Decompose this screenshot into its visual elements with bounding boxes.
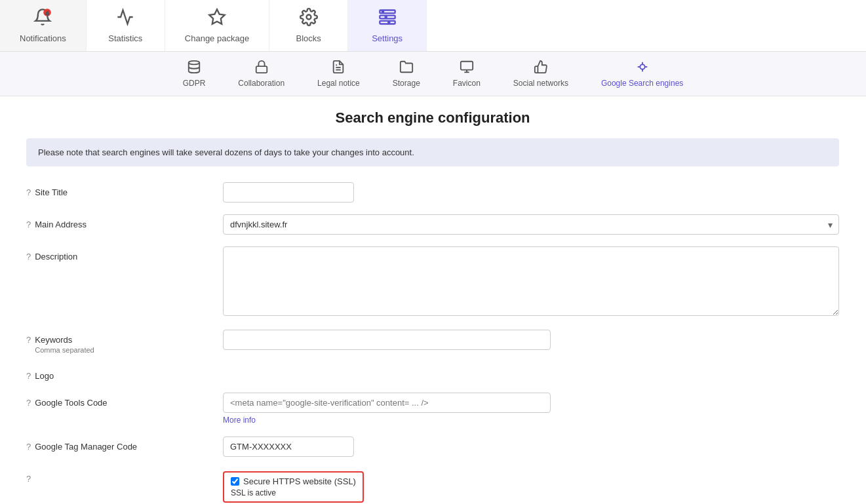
- lock-icon: [254, 60, 269, 77]
- site-title-row: ? Site Title: [26, 182, 839, 203]
- description-textarea[interactable]: [223, 246, 839, 316]
- google-icon: [635, 60, 650, 77]
- site-title-field-col: [223, 182, 839, 203]
- settings-icon: [378, 8, 397, 31]
- subnav-storage[interactable]: Storage: [386, 57, 427, 90]
- nav-change-package-label: Change package: [185, 33, 249, 43]
- secure-https-help-icon[interactable]: ?: [26, 474, 31, 484]
- secure-https-checkbox[interactable]: [231, 477, 239, 486]
- nav-notifications[interactable]: 4 Notifications: [0, 0, 87, 51]
- main-address-label-col: ? Main Address: [26, 214, 223, 229]
- svg-rect-15: [461, 62, 473, 70]
- keywords-sublabel: Comma separated: [35, 346, 94, 354]
- chart-icon: [116, 8, 134, 31]
- keywords-field-col: [223, 330, 839, 350]
- more-info-link[interactable]: More info: [223, 416, 839, 425]
- description-help-icon[interactable]: ?: [26, 252, 31, 262]
- main-address-help-icon[interactable]: ?: [26, 220, 31, 229]
- subnav-legal-notice-label: Legal notice: [317, 79, 360, 88]
- site-title-label-col: ? Site Title: [26, 182, 223, 197]
- subnav-legal-notice[interactable]: Legal notice: [311, 57, 366, 90]
- site-title-label: Site Title: [35, 187, 68, 197]
- svg-rect-12: [256, 66, 267, 73]
- description-label-col: ? Description: [26, 246, 223, 262]
- site-title-help-icon[interactable]: ?: [26, 187, 31, 197]
- nav-notifications-label: Notifications: [20, 33, 66, 43]
- subnav-favicon[interactable]: Favicon: [446, 57, 487, 90]
- page-title: Search engine configuration: [26, 109, 839, 126]
- keywords-label-col: ? Keywords Comma separated: [26, 330, 223, 354]
- nav-settings-label: Settings: [372, 33, 403, 43]
- google-tools-help-icon[interactable]: ?: [26, 398, 31, 408]
- google-tools-label-col: ? Google Tools Code: [26, 393, 223, 408]
- svg-text:4: 4: [46, 11, 49, 16]
- monitor-icon: [460, 60, 474, 77]
- top-navigation: 4 Notifications Statistics Change packag…: [0, 0, 866, 52]
- main-address-select-wrapper: dfvnjkkl.sitew.fr: [223, 214, 839, 235]
- main-address-field-col: dfvnjkkl.sitew.fr: [223, 214, 839, 235]
- subnav-social-networks[interactable]: Social networks: [507, 57, 575, 90]
- nav-statistics[interactable]: Statistics: [87, 0, 165, 51]
- nav-statistics-label: Statistics: [108, 33, 142, 43]
- description-row: ? Description: [26, 246, 839, 318]
- nav-blocks[interactable]: Blocks: [269, 0, 348, 51]
- main-content: Search engine configuration Please note …: [0, 96, 865, 504]
- svg-point-11: [189, 61, 200, 65]
- star-icon: [208, 8, 226, 31]
- folder-icon: [399, 60, 414, 77]
- sub-navigation: GDPR Collaboration Legal notice: [0, 52, 866, 96]
- logo-help-icon[interactable]: ?: [26, 371, 31, 381]
- logo-row: ? Logo: [26, 366, 839, 381]
- google-tag-field-col: [223, 436, 839, 457]
- document-icon: [331, 60, 345, 77]
- info-banner: Please note that search engines will tak…: [26, 138, 839, 166]
- keywords-label: Keywords: [35, 335, 94, 345]
- thumb-icon: [534, 60, 548, 77]
- main-address-row: ? Main Address dfvnjkkl.sitew.fr: [26, 214, 839, 235]
- description-label: Description: [35, 252, 77, 262]
- svg-point-9: [385, 16, 386, 18]
- google-tools-label: Google Tools Code: [35, 398, 107, 408]
- description-field-col: [223, 246, 839, 318]
- gear-icon: [300, 8, 318, 31]
- google-tag-help-icon[interactable]: ?: [26, 442, 31, 452]
- subnav-google-search-engines-label: Google Search engines: [601, 79, 683, 88]
- google-tools-input[interactable]: [223, 393, 551, 413]
- subnav-favicon-label: Favicon: [453, 79, 481, 88]
- subnav-collaboration[interactable]: Collaboration: [231, 57, 291, 90]
- subnav-gdpr-label: GDPR: [183, 79, 206, 88]
- google-tag-label-col: ? Google Tag Manager Code: [26, 436, 223, 452]
- keywords-help-icon[interactable]: ?: [26, 335, 31, 345]
- site-title-input[interactable]: [223, 182, 354, 203]
- logo-label: Logo: [35, 371, 54, 381]
- svg-point-10: [388, 22, 389, 23]
- subnav-google-search-engines[interactable]: Google Search engines: [595, 57, 690, 90]
- main-address-select[interactable]: dfvnjkkl.sitew.fr: [223, 214, 839, 235]
- google-tag-row: ? Google Tag Manager Code: [26, 436, 839, 457]
- keywords-input[interactable]: [223, 330, 551, 350]
- google-tools-field-col: More info: [223, 393, 839, 425]
- nav-change-package[interactable]: Change package: [165, 0, 269, 51]
- subnav-social-networks-label: Social networks: [513, 79, 568, 88]
- bell-icon: 4: [33, 8, 52, 31]
- cylinder-icon: [187, 60, 201, 77]
- logo-label-col: ? Logo: [26, 366, 223, 381]
- svg-marker-2: [209, 9, 224, 24]
- secure-https-field-col: Secure HTTPS website (SSL) SSL is active: [223, 469, 839, 503]
- subnav-collaboration-label: Collaboration: [238, 79, 285, 88]
- subnav-gdpr[interactable]: GDPR: [176, 57, 212, 90]
- main-address-label: Main Address: [35, 220, 87, 229]
- nav-blocks-label: Blocks: [296, 33, 321, 43]
- google-tools-row: ? Google Tools Code More info: [26, 393, 839, 425]
- subnav-storage-label: Storage: [393, 79, 420, 88]
- nav-settings[interactable]: Settings: [348, 0, 427, 51]
- ssl-box: Secure HTTPS website (SSL) SSL is active: [223, 471, 364, 503]
- svg-point-18: [640, 64, 644, 69]
- google-tag-input[interactable]: [223, 436, 354, 457]
- svg-point-3: [306, 15, 311, 20]
- svg-point-8: [382, 11, 383, 12]
- secure-https-label: Secure HTTPS website (SSL): [243, 476, 356, 486]
- google-tag-label: Google Tag Manager Code: [35, 442, 137, 452]
- secure-https-row: ? Secure HTTPS website (SSL) SSL is acti…: [26, 469, 839, 503]
- keywords-row: ? Keywords Comma separated: [26, 330, 839, 354]
